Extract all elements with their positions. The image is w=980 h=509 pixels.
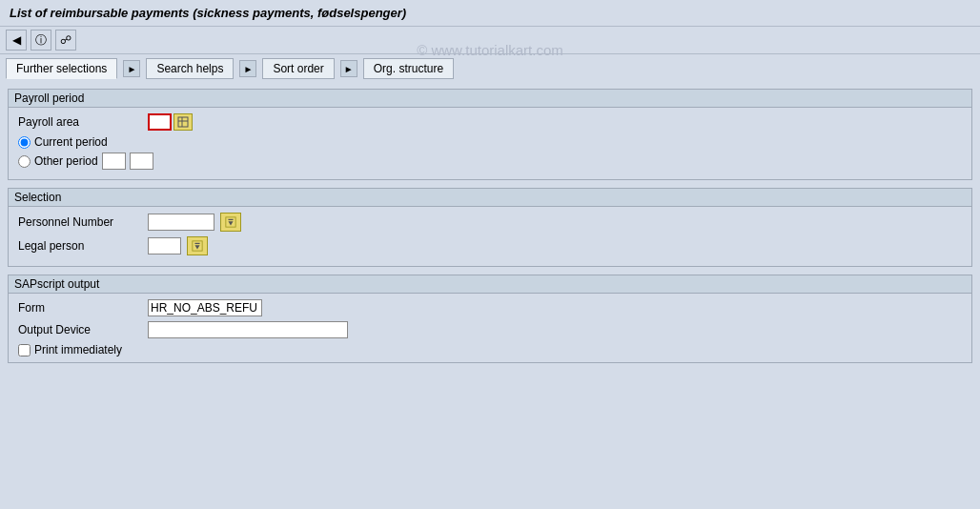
personnel-number-row: Personnel Number bbox=[18, 213, 962, 232]
form-label: Form bbox=[18, 301, 142, 315]
personnel-number-label: Personnel Number bbox=[18, 215, 142, 229]
personnel-number-multiselect-btn[interactable] bbox=[220, 213, 241, 232]
output-device-label: Output Device bbox=[18, 323, 142, 336]
other-period-label: Other period bbox=[34, 154, 98, 168]
form-input[interactable] bbox=[148, 299, 262, 316]
payroll-area-from-input[interactable] bbox=[148, 113, 172, 131]
print-immediately-label: Print immediately bbox=[34, 343, 122, 356]
payroll-period-header: Payroll period bbox=[9, 90, 971, 108]
current-period-label: Current period bbox=[34, 135, 108, 149]
print-immediately-row: Print immediately bbox=[18, 343, 962, 356]
page-title: List of reimbursable payments (sickness … bbox=[0, 0, 980, 27]
output-device-input[interactable] bbox=[148, 321, 348, 338]
payroll-area-lookup-btn[interactable] bbox=[174, 113, 193, 131]
current-period-radio[interactable] bbox=[18, 136, 31, 149]
sapscript-output-header: SAPscript output bbox=[9, 275, 971, 294]
tab-further-selections[interactable]: Further selections bbox=[6, 58, 117, 79]
payroll-area-label: Payroll area bbox=[18, 115, 142, 129]
current-period-row: Current period bbox=[18, 135, 962, 149]
payroll-area-input-group bbox=[148, 113, 193, 131]
tabs-bar: Further selections ► Search helps ► Sort… bbox=[0, 54, 980, 83]
sapscript-output-body: Form Output Device Print immediately bbox=[9, 294, 971, 362]
payroll-period-body: Payroll area Current period Other period bbox=[9, 108, 971, 179]
selection-section: Selection Personnel Number Legal person bbox=[8, 188, 972, 267]
payroll-period-section: Payroll period Payroll area Current peri… bbox=[8, 89, 972, 180]
tab-arrow-2: ► bbox=[239, 60, 256, 77]
legal-person-input[interactable] bbox=[148, 237, 181, 254]
other-period-to[interactable] bbox=[130, 153, 153, 170]
tab-search-helps[interactable]: Search helps bbox=[146, 58, 234, 79]
tab-arrow-1: ► bbox=[123, 60, 140, 77]
tab-arrow-3: ► bbox=[340, 60, 357, 77]
back-icon[interactable]: ◀ bbox=[6, 30, 27, 51]
selection-header: Selection bbox=[9, 189, 971, 207]
other-period-row: Other period bbox=[18, 153, 962, 170]
output-device-row: Output Device bbox=[18, 321, 962, 338]
print-immediately-checkbox[interactable] bbox=[18, 344, 31, 356]
legal-person-row: Legal person bbox=[18, 236, 962, 255]
payroll-area-row: Payroll area bbox=[18, 113, 962, 131]
tab-sort-order[interactable]: Sort order bbox=[262, 58, 334, 79]
bookmark-icon[interactable]: ☍ bbox=[55, 30, 76, 51]
selection-body: Personnel Number Legal person bbox=[9, 207, 971, 266]
form-row: Form bbox=[18, 299, 962, 316]
legal-person-label: Legal person bbox=[18, 239, 142, 253]
toolbar: ◀ ⓘ ☍ bbox=[0, 27, 980, 54]
sapscript-output-section: SAPscript output Form Output Device Prin… bbox=[8, 275, 972, 363]
other-period-radio[interactable] bbox=[18, 155, 31, 168]
tab-org-structure[interactable]: Org. structure bbox=[363, 58, 454, 79]
svg-rect-0 bbox=[178, 117, 188, 127]
legal-person-multiselect-btn[interactable] bbox=[187, 236, 208, 255]
personnel-number-input[interactable] bbox=[148, 214, 214, 231]
info-icon[interactable]: ⓘ bbox=[31, 30, 51, 51]
other-period-inputs bbox=[102, 153, 153, 170]
main-content: Payroll period Payroll area Current peri… bbox=[0, 83, 980, 377]
other-period-from[interactable] bbox=[102, 153, 126, 170]
